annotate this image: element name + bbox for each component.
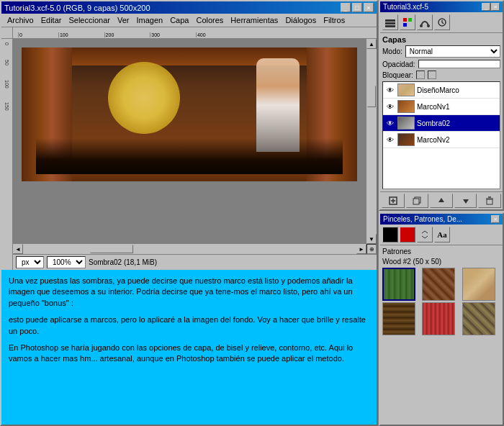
patterns-panel-title: Pinceles, Patrones, De... bbox=[383, 215, 462, 223]
layer-visibility-marco2[interactable]: 👁 bbox=[385, 135, 395, 145]
gimp-window: Tutorial3.xcf-5.0 (RGB, 9 capas) 500x200… bbox=[0, 0, 378, 426]
canvas-image bbox=[20, 46, 359, 183]
layer-name-sombra: Sombra02 bbox=[417, 119, 498, 127]
dup-layer-button[interactable] bbox=[406, 194, 429, 208]
layers-panel-buttons: _ × bbox=[482, 3, 500, 11]
layers-opacity-row: Opacidad: bbox=[382, 60, 500, 68]
scroll-down-button[interactable]: ▼ bbox=[366, 234, 377, 244]
layer-visibility-diseno[interactable]: 👁 bbox=[385, 85, 395, 95]
menu-editar[interactable]: Editar bbox=[38, 15, 65, 25]
corner-button[interactable]: ⊕ bbox=[366, 244, 377, 254]
right-panel: Tutorial3.xcf-5 _ × bbox=[378, 0, 504, 426]
patterns-close-button[interactable]: × bbox=[491, 215, 500, 223]
menu-dialogos[interactable]: Diálogos bbox=[282, 15, 319, 25]
close-button[interactable]: × bbox=[364, 3, 374, 12]
svg-rect-16 bbox=[487, 199, 492, 204]
maximize-button[interactable]: □ bbox=[352, 3, 362, 12]
pattern-item-6[interactable] bbox=[462, 302, 495, 335]
menu-seleccionar[interactable]: Seleccionar bbox=[66, 15, 112, 25]
patterns-grid bbox=[382, 268, 500, 335]
vertical-ruler: 0 50 100 150 bbox=[1, 27, 13, 270]
gimp-titlebar-buttons: _ □ × bbox=[341, 3, 374, 12]
pattern-item-3[interactable] bbox=[462, 268, 495, 301]
layer-item-marco1[interactable]: 👁 MarcoNv1 bbox=[383, 99, 500, 115]
layer-visibility-sombra[interactable]: 👁 bbox=[385, 118, 395, 128]
opacidad-label: Opacidad: bbox=[382, 60, 415, 68]
pattern-item-5[interactable] bbox=[422, 302, 455, 335]
foreground-color-button[interactable] bbox=[382, 227, 398, 243]
menu-filtros[interactable]: Filtros bbox=[320, 15, 348, 25]
move-down-button[interactable] bbox=[454, 194, 477, 208]
menu-colores[interactable]: Colores bbox=[193, 15, 226, 25]
svg-rect-0 bbox=[385, 19, 395, 22]
pattern-item-4[interactable] bbox=[382, 302, 415, 335]
svg-point-6 bbox=[420, 24, 423, 27]
gimp-statusbar: px 100% Sombra02 (18,1 MiB) bbox=[13, 254, 377, 270]
layers-list[interactable]: 👁 DiseñoMarco 👁 MarcoNv1 👁 Sombr bbox=[382, 81, 500, 189]
menu-capa[interactable]: Capa bbox=[167, 15, 192, 25]
svg-point-7 bbox=[427, 24, 430, 27]
swap-colors-button[interactable] bbox=[417, 227, 433, 243]
zoom-select[interactable]: 100% bbox=[47, 256, 86, 268]
svg-rect-2 bbox=[385, 25, 395, 27]
layer-name-marco1: MarcoNv1 bbox=[417, 103, 498, 111]
menu-herramientas[interactable]: Herramientas bbox=[228, 15, 281, 25]
scroll-track-v[interactable] bbox=[366, 49, 377, 234]
layers-mode-select[interactable]: Normal bbox=[405, 45, 500, 58]
menu-archivo[interactable]: Archivo bbox=[4, 15, 37, 25]
canvas-column: 0 100 200 300 400 bbox=[13, 27, 377, 270]
history-tab-button[interactable] bbox=[434, 14, 450, 30]
layer-name-marco2: MarcoNv2 bbox=[417, 136, 498, 144]
status-info: Sombra02 (18,1 MiB) bbox=[89, 258, 157, 266]
canvas-area[interactable]: ▲ ▼ ◄ ► bbox=[13, 39, 377, 254]
paths-tab-button[interactable] bbox=[417, 14, 433, 30]
layer-item-sombra[interactable]: 👁 Sombra02 bbox=[383, 115, 500, 132]
patterns-panel-titlebar: Pinceles, Patrones, De... × bbox=[380, 214, 503, 225]
layers-panel: Tutorial3.xcf-5 _ × bbox=[379, 0, 504, 211]
scroll-up-button[interactable]: ▲ bbox=[366, 39, 377, 49]
scroll-right-button[interactable]: ► bbox=[356, 244, 366, 254]
lock-checkbox-2[interactable] bbox=[428, 71, 436, 79]
move-up-button[interactable] bbox=[430, 194, 453, 208]
patrones-label: Patrones bbox=[382, 248, 500, 255]
gimp-window-title: Tutorial3.xcf-5.0 (RGB, 9 capas) 500x200 bbox=[4, 4, 150, 12]
text-paragraph-3: En Photoshop se haría jugando con las op… bbox=[9, 343, 369, 365]
layers-minimize-button[interactable]: _ bbox=[482, 3, 490, 11]
scroll-thumb-h[interactable] bbox=[90, 245, 133, 253]
text-paragraph-2: esto puede aplicarse a marcos, pero lo a… bbox=[9, 314, 369, 337]
layers-panel-title: Tutorial3.xcf-5 bbox=[383, 3, 428, 11]
menu-ver[interactable]: Ver bbox=[114, 15, 132, 25]
new-layer-button[interactable] bbox=[382, 194, 405, 208]
scroll-track-h[interactable] bbox=[23, 244, 356, 254]
lock-checkbox-1[interactable] bbox=[416, 71, 425, 79]
svg-rect-4 bbox=[408, 18, 412, 22]
layer-item-marco2[interactable]: 👁 MarcoNv2 bbox=[383, 132, 500, 148]
minimize-button[interactable]: _ bbox=[341, 3, 351, 12]
layers-close-button[interactable]: × bbox=[491, 3, 500, 11]
layers-panel-toolbar bbox=[380, 12, 503, 33]
scroll-left-button[interactable]: ◄ bbox=[13, 244, 23, 254]
text-tool-button[interactable]: Aa bbox=[434, 227, 450, 243]
menu-imagen[interactable]: Imagen bbox=[133, 15, 166, 25]
pattern-item-1[interactable] bbox=[382, 268, 415, 301]
pattern-item-2[interactable] bbox=[422, 268, 455, 301]
layers-bottom-toolbar bbox=[380, 191, 503, 209]
gimp-ruler-area: 0 50 100 150 0 100 200 300 400 bbox=[1, 27, 377, 270]
channels-tab-button[interactable] bbox=[400, 14, 415, 30]
scroll-thumb-v[interactable] bbox=[367, 86, 376, 107]
layers-tab-button[interactable] bbox=[382, 14, 398, 30]
opacity-slider[interactable] bbox=[418, 60, 500, 68]
patterns-section: Patrones Wood #2 (50 x 50) bbox=[380, 245, 503, 337]
layer-visibility-marco1[interactable]: 👁 bbox=[385, 101, 395, 112]
layer-item-diseno[interactable]: 👁 DiseñoMarco bbox=[383, 82, 500, 99]
svg-marker-15 bbox=[463, 199, 469, 204]
background-color-button[interactable] bbox=[400, 227, 415, 243]
delete-layer-button[interactable] bbox=[478, 194, 501, 208]
layers-section: Capas Modo: Normal Opacidad: Bloquear: bbox=[380, 33, 503, 191]
horizontal-ruler: 0 100 200 300 400 bbox=[13, 27, 377, 39]
unit-select[interactable]: px bbox=[16, 256, 44, 268]
bloquear-label: Bloquear: bbox=[382, 71, 413, 79]
tutorial-text-area: Una vez puestas las sombras, ya puede de… bbox=[1, 270, 377, 425]
modo-label: Modo: bbox=[382, 47, 402, 55]
layer-name-diseno: DiseñoMarco bbox=[417, 86, 498, 94]
